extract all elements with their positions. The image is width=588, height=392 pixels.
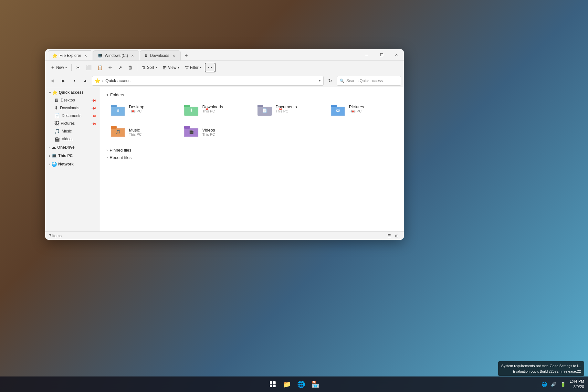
toolbar: ＋ New ▾ ✂ ⬜ 📋 ✏ ↗ 🗑 ⇅ Sort ▾ ⊞	[45, 61, 404, 74]
folder-item-videos[interactable]: 🎬 Videos This PC	[180, 122, 251, 141]
up-button[interactable]: ▲	[81, 76, 90, 85]
tab-downloads[interactable]: ⬇ Downloads ✕	[140, 50, 180, 60]
taskbar-time-display: 1:44 PM	[570, 379, 584, 384]
cut-button[interactable]: ✂	[74, 64, 83, 71]
tab-windows-c[interactable]: 💻 Windows (C:) ✕	[93, 50, 139, 60]
filter-button[interactable]: ▽ Filter ▾	[183, 64, 204, 71]
minimize-button[interactable]: ─	[359, 49, 374, 61]
address-bar[interactable]: ⭐ › Quick access ▾	[92, 76, 324, 86]
address-row: ◀ ▶ ▾ ▲ ⭐ › Quick access ▾ ↻ 🔍 Search Qu…	[45, 74, 404, 87]
new-button[interactable]: ＋ New ▾	[48, 63, 69, 72]
sidebar-header-network[interactable]: › 🌐 Network	[47, 160, 99, 168]
recent-files-section[interactable]: › Recent files	[107, 155, 397, 160]
view-chevron-icon: ▾	[178, 66, 179, 69]
desktop-folder-info: Desktop This PC 📌	[129, 104, 144, 117]
add-tab-button[interactable]: +	[181, 53, 192, 58]
taskbar-store-icon: 🏪	[311, 380, 320, 388]
folder-item-documents[interactable]: 📄 Documents This PC 📌	[253, 101, 324, 120]
recent-locations-button[interactable]: ▾	[70, 76, 79, 85]
address-star-icon: ⭐	[95, 78, 100, 83]
maximize-button[interactable]: ☐	[374, 49, 389, 61]
delete-button[interactable]: 🗑	[125, 64, 135, 71]
tab-close-downloads[interactable]: ✕	[171, 53, 176, 58]
sidebar-documents-label: Documents	[62, 113, 81, 118]
folders-section-header[interactable]: ▾ Folders	[107, 92, 397, 97]
onedrive-label: OneDrive	[57, 145, 74, 150]
svg-text:🎵: 🎵	[116, 129, 121, 134]
folder-item-downloads[interactable]: ⬇ Downloads This PC 📌	[180, 101, 251, 120]
toolbar-separator-2	[137, 64, 137, 71]
tab-close-file-explorer[interactable]: ✕	[83, 53, 88, 58]
tab-file-explorer[interactable]: ⭐ File Explorer ✕	[48, 50, 92, 60]
folders-grid: 🖥 Desktop This PC 📌	[107, 101, 397, 141]
paste-button[interactable]: 📋	[95, 64, 105, 71]
tab-icon-downloads: ⬇	[144, 53, 148, 58]
videos-folder-info: Videos This PC	[202, 128, 215, 136]
copy-button[interactable]: ⬜	[83, 64, 94, 71]
address-separator: ›	[102, 78, 103, 83]
network-status-icon[interactable]: 🌐	[540, 381, 548, 387]
svg-text:⬇: ⬇	[189, 108, 193, 113]
music-icon: 🎵	[54, 129, 60, 134]
folder-item-music[interactable]: 🎵 Music This PC	[107, 122, 177, 141]
folder-item-desktop[interactable]: 🖥 Desktop This PC 📌	[107, 101, 177, 120]
music-folder-sub: This PC	[129, 132, 142, 136]
taskbar-file-explorer-button[interactable]: 📁	[280, 378, 293, 391]
delete-icon: 🗑	[128, 65, 132, 70]
toolbar-separator-1	[71, 64, 72, 71]
sort-button[interactable]: ⇅ Sort ▾	[139, 64, 160, 71]
main-area: ▾ ⭐ Quick access 🖥 Desktop 📌 ⬇ Downloads…	[45, 87, 404, 231]
music-folder-thumb: 🎵	[110, 125, 126, 138]
pinned-files-label: Pinned files	[110, 148, 131, 153]
tab-label-file-explorer: File Explorer	[59, 53, 81, 58]
taskbar-clock[interactable]: 1:44 PM 3/9/20	[570, 379, 584, 390]
search-placeholder: Search Quick access	[346, 79, 383, 83]
network-label: Network	[58, 162, 73, 166]
tab-close-windows-c[interactable]: ✕	[130, 53, 135, 58]
pinned-files-section[interactable]: › Pinned files	[107, 148, 397, 153]
desktop-folder-name: Desktop	[129, 104, 144, 109]
copy-icon: ⬜	[86, 65, 91, 70]
grid-view-button[interactable]: ⊞	[394, 233, 400, 239]
sidebar-header-this-pc[interactable]: › 💻 This PC	[47, 152, 99, 160]
svg-text:🎬: 🎬	[189, 129, 194, 134]
sidebar-item-desktop[interactable]: 🖥 Desktop 📌	[47, 96, 99, 104]
sidebar-videos-label: Videos	[62, 137, 73, 141]
start-button[interactable]	[266, 378, 279, 391]
volume-icon[interactable]: 🔊	[550, 381, 558, 387]
back-button[interactable]: ◀	[48, 76, 57, 85]
list-view-button[interactable]: ☰	[386, 233, 392, 239]
taskbar-store-button[interactable]: 🏪	[309, 378, 322, 391]
this-pc-icon: 💻	[51, 153, 57, 158]
filter-icon: ▽	[185, 65, 189, 70]
more-options-button[interactable]: ···	[205, 63, 215, 72]
search-box[interactable]: 🔍 Search Quick access	[337, 76, 401, 86]
close-button[interactable]: ✕	[389, 49, 404, 61]
folders-section-label: Folders	[110, 92, 124, 97]
rename-button[interactable]: ✏	[106, 64, 115, 71]
share-button[interactable]: ↗	[116, 64, 125, 71]
sidebar-item-documents[interactable]: 📄 Documents 📌	[47, 112, 99, 120]
downloads-folder-info: Downloads This PC 📌	[202, 104, 223, 117]
sidebar-item-videos[interactable]: 🎬 Videos	[47, 135, 99, 143]
sidebar-header-onedrive[interactable]: › ☁ OneDrive	[47, 143, 99, 151]
sidebar-downloads-label: Downloads	[60, 106, 79, 110]
folder-item-pictures[interactable]: 🖼 Pictures This PC 📌	[327, 101, 397, 120]
forward-button[interactable]: ▶	[59, 76, 68, 85]
sidebar-header-quick-access[interactable]: ▾ ⭐ Quick access	[47, 89, 99, 96]
refresh-button[interactable]: ↻	[326, 76, 335, 85]
sidebar-item-downloads[interactable]: ⬇ Downloads 📌	[47, 104, 99, 112]
sidebar-item-music[interactable]: 🎵 Music	[47, 127, 99, 135]
windows-logo-icon	[270, 381, 276, 387]
view-button[interactable]: ⊞ View ▾	[160, 64, 182, 71]
this-pc-chevron-icon: ›	[49, 154, 50, 158]
sort-chevron-icon: ▾	[155, 66, 157, 69]
status-bar: 7 items ☰ ⊞	[45, 231, 404, 240]
battery-icon[interactable]: 🔋	[559, 381, 567, 387]
address-chevron-icon: ▾	[319, 79, 321, 83]
sidebar-item-pictures[interactable]: 🖼 Pictures 📌	[47, 120, 99, 127]
sidebar-music-label: Music	[62, 129, 72, 133]
taskbar: 📁 🌐 🏪 🌐 🔊 🔋 1:44 PM 3/9/20	[0, 376, 588, 392]
svg-text:🖥: 🖥	[116, 108, 120, 113]
taskbar-edge-button[interactable]: 🌐	[295, 378, 308, 391]
